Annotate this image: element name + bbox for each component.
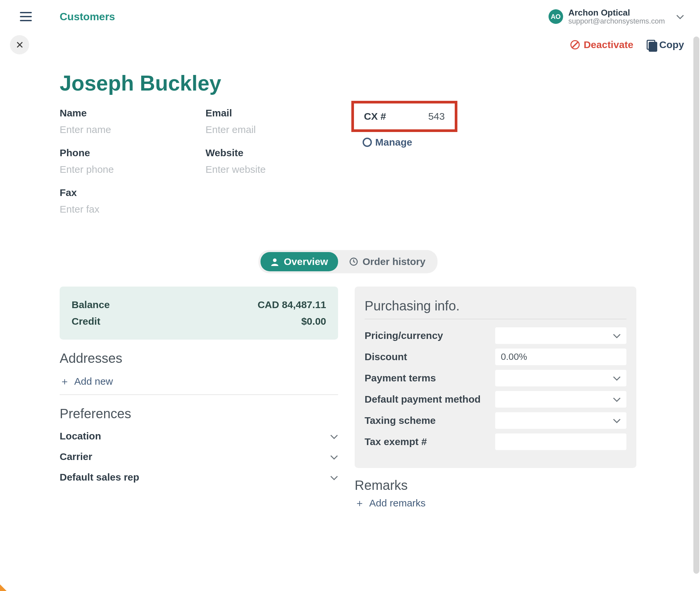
deactivate-icon xyxy=(570,40,580,49)
columns: Balance CAD 84,487.11 Credit $0.00 Addre… xyxy=(60,286,636,514)
right-column: Purchasing info. Pricing/currency Discou… xyxy=(355,286,636,514)
topbar: Customers AO Archon Optical support@arch… xyxy=(0,0,700,33)
user-icon xyxy=(270,257,279,266)
payment-terms-select[interactable] xyxy=(495,370,626,386)
fax-label: Fax xyxy=(60,187,202,198)
deactivate-label: Deactivate xyxy=(584,39,633,50)
purchasing-tax-exempt-row: Tax exempt # xyxy=(365,434,626,450)
chevron-down-icon xyxy=(613,330,621,341)
content-area: Joseph Buckley Name Email CX # 543 xyxy=(0,54,700,586)
purchasing-title: Purchasing info. xyxy=(365,299,626,313)
chevron-down-icon xyxy=(613,373,621,383)
fields-grid: Name Email CX # 543 Manage xyxy=(60,108,636,217)
pref-carrier-label: Carrier xyxy=(60,451,92,462)
purchasing-pricing-currency-row: Pricing/currency xyxy=(365,327,626,344)
add-address-link[interactable]: ＋ Add new xyxy=(60,371,338,392)
tab-group: Overview Order history xyxy=(258,250,437,273)
chevron-down-icon xyxy=(676,11,684,22)
add-remarks-link[interactable]: ＋ Add remarks xyxy=(355,498,636,514)
taxing-scheme-select[interactable] xyxy=(495,412,626,429)
chevron-down-icon xyxy=(330,451,338,462)
purchasing-panel: Purchasing info. Pricing/currency Discou… xyxy=(355,286,636,468)
menu-icon[interactable] xyxy=(20,12,32,21)
taxing-scheme-label: Taxing scheme xyxy=(365,415,436,426)
remarks-section: Remarks ＋ Add remarks xyxy=(355,478,636,514)
account-name: Archon Optical xyxy=(568,8,665,17)
account-email: support@archonsystems.com xyxy=(568,17,665,25)
avatar: AO xyxy=(549,9,563,24)
pref-sales-rep[interactable]: Default sales rep xyxy=(60,467,338,487)
default-payment-select[interactable] xyxy=(495,391,626,408)
page-title[interactable]: Customers xyxy=(60,11,115,23)
credit-label: Credit xyxy=(72,316,100,327)
cx-label: CX # xyxy=(364,111,386,122)
field-email: Email xyxy=(206,108,348,137)
credit-value: $0.00 xyxy=(301,316,326,327)
website-input[interactable] xyxy=(206,162,348,177)
chevron-down-icon xyxy=(330,472,338,483)
copy-icon xyxy=(647,40,655,50)
left-column: Balance CAD 84,487.11 Credit $0.00 Addre… xyxy=(60,286,338,514)
manage-label: Manage xyxy=(375,137,412,148)
name-label: Name xyxy=(60,108,202,119)
field-phone: Phone xyxy=(60,147,202,177)
cx-value: 543 xyxy=(428,111,445,122)
tab-overview[interactable]: Overview xyxy=(260,252,338,271)
svg-point-0 xyxy=(273,258,277,262)
divider xyxy=(60,394,338,395)
chevron-down-icon xyxy=(613,394,621,405)
email-input[interactable] xyxy=(206,122,348,137)
divider xyxy=(365,319,626,319)
tab-order-history[interactable]: Order history xyxy=(339,252,436,271)
deactivate-button[interactable]: Deactivate xyxy=(570,39,633,50)
pricing-currency-label: Pricing/currency xyxy=(365,330,443,341)
website-label: Website xyxy=(206,147,348,158)
phone-input[interactable] xyxy=(60,162,202,177)
addresses-title: Addresses xyxy=(60,351,338,366)
field-fax: Fax xyxy=(60,187,202,217)
add-address-label: Add new xyxy=(74,376,113,387)
pref-location[interactable]: Location xyxy=(60,426,338,446)
balance-row: Balance CAD 84,487.11 xyxy=(72,297,326,313)
discount-label: Discount xyxy=(365,351,407,363)
account-switcher[interactable]: AO Archon Optical support@archonsystems.… xyxy=(549,8,684,25)
manage-link[interactable]: Manage xyxy=(363,137,412,148)
copy-button[interactable]: Copy xyxy=(647,39,684,50)
scrollbar[interactable] xyxy=(693,37,699,574)
phone-label: Phone xyxy=(60,147,202,158)
remarks-title: Remarks xyxy=(355,478,636,493)
cx-number-box: CX # 543 xyxy=(351,101,457,132)
tabs: Overview Order history xyxy=(60,250,636,273)
preferences-title: Preferences xyxy=(60,406,338,421)
field-website: Website xyxy=(206,147,348,177)
plus-icon: ＋ xyxy=(60,377,70,386)
purchasing-discount-row: Discount xyxy=(365,348,626,365)
tax-exempt-input[interactable] xyxy=(495,434,626,450)
name-input[interactable] xyxy=(60,122,202,137)
plus-icon: ＋ xyxy=(355,498,365,508)
fax-input[interactable] xyxy=(60,202,202,217)
discount-input[interactable] xyxy=(495,348,626,365)
clock-icon xyxy=(349,257,358,266)
pref-sales-rep-label: Default sales rep xyxy=(60,472,139,483)
scrollbar-thumb[interactable] xyxy=(693,37,699,574)
pref-carrier[interactable]: Carrier xyxy=(60,446,338,467)
default-payment-label: Default payment method xyxy=(365,394,481,405)
copy-label: Copy xyxy=(659,39,684,50)
field-name: Name xyxy=(60,108,202,137)
email-label: Email xyxy=(206,108,348,119)
purchasing-taxing-scheme-row: Taxing scheme xyxy=(365,412,626,429)
close-icon: ✕ xyxy=(16,39,24,51)
pref-location-label: Location xyxy=(60,431,101,442)
balance-label: Balance xyxy=(72,299,110,311)
balance-card: Balance CAD 84,487.11 Credit $0.00 xyxy=(60,286,338,340)
add-remarks-label: Add remarks xyxy=(369,498,425,509)
purchasing-payment-terms-row: Payment terms xyxy=(365,370,626,386)
payment-terms-label: Payment terms xyxy=(365,373,436,384)
customer-name-heading: Joseph Buckley xyxy=(60,71,636,95)
tab-overview-label: Overview xyxy=(284,256,328,267)
pricing-currency-select[interactable] xyxy=(495,327,626,344)
close-button[interactable]: ✕ xyxy=(10,35,29,54)
gear-icon xyxy=(363,138,372,147)
chevron-down-icon xyxy=(613,415,621,426)
